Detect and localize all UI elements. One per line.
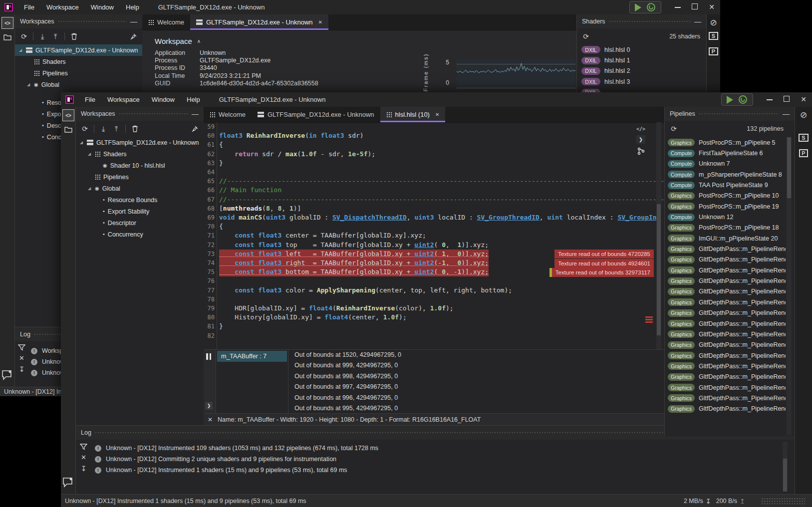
clear-log-icon[interactable]: ✕ [19,354,24,362]
pipelines-dock-icon[interactable]: P [708,46,719,57]
filter-icon[interactable] [18,344,25,351]
collapse-panel-icon[interactable]: — [192,110,199,118]
maximize-button[interactable] [778,92,795,107]
pipeline-row[interactable]: GraphicsGltfDepthPass::m_PipelineRender … [668,275,786,286]
pipeline-row[interactable]: GraphicsImGUI::m_pPipelineState 20 [668,233,786,244]
menu-workspace[interactable]: Workspace [40,0,85,14]
minimize-button[interactable] [761,92,778,107]
filter-icon[interactable] [80,444,87,450]
oob-message[interactable]: Out of bounds at 995, 4294967295, 0 [289,403,664,414]
editor-vertical-scrollbar[interactable] [656,122,661,356]
collapse-all-icon[interactable]: ⤒ [50,31,60,41]
pipelines-dock-icon[interactable]: P [798,148,809,159]
delete-icon[interactable] [130,124,140,134]
pipeline-row[interactable]: ComputeTAA Post PipelineState 9 [668,180,786,190]
tree-item-global[interactable]: ◢◉Global [76,183,204,194]
collapse-panel-icon[interactable]: — [130,17,137,25]
tab-gltfsample-dx12d-exe-unknown[interactable]: GLTFSample_DX12d.exe - Unknown✕ [190,14,328,30]
close-icon[interactable]: ✕ [208,416,213,423]
expand-all-icon[interactable]: ⤓ [98,124,108,134]
tree-item-global[interactable]: ◢◉Global [15,79,142,90]
pipeline-row[interactable]: GraphicsGltfDepthPass::m_PipelineRender … [668,382,786,393]
oob-message[interactable]: Out of bounds at 1520, 4294967295, 0 [289,350,664,360]
maximize-button[interactable] [686,0,703,14]
pipeline-row[interactable]: GraphicsGltfDepthPass::m_PipelineRender … [668,350,786,361]
pipeline-row[interactable]: GraphicsGltfDepthPass::m_PipelineRender … [668,318,786,329]
pipeline-row[interactable]: GraphicsGltfDepthPass::m_PipelineRender … [668,244,786,254]
pipeline-row[interactable]: GraphicsGltfDepthPass::m_PipelineRender … [668,329,786,339]
expand-all-icon[interactable]: ⤓ [37,31,47,41]
close-icon[interactable]: ✕ [318,19,322,25]
pipeline-row[interactable]: GraphicsGltfDepthPass::m_PipelineRender … [668,393,786,403]
edit-circle-icon[interactable]: ⊘ [708,17,719,28]
refresh-icon[interactable]: ⟳ [581,31,591,41]
tree-item-export-stability[interactable]: •Export Stability [76,206,204,217]
pipeline-row[interactable]: GraphicsGltfDepthPass::m_PipelineRender … [668,340,786,350]
menu-help[interactable]: Help [181,92,206,107]
menu-file[interactable]: File [79,92,101,107]
folder-icon[interactable] [2,31,13,42]
oob-message[interactable]: Out of bounds at 996, 4294967295, 0 [289,393,664,403]
branch-icon[interactable] [637,147,645,155]
tree-item-shaders[interactable]: Shaders [15,56,142,67]
tab-hlsl-hlsl-10[interactable]: hlsl.hlsl (10)✕ [380,107,446,122]
next-marker-icon[interactable]: ❯ [636,135,645,144]
tree-item-gltfsample-dx12d-exe-unknown[interactable]: ◢GLTFSample_DX12d.exe - Unknown [76,137,204,148]
shaders-dock-icon[interactable]: S [708,30,719,41]
tree-item-pipelines[interactable]: Pipelines [76,171,204,183]
pipeline-row[interactable]: GraphicsGltfDepthPass::m_PipelineRender … [668,308,786,318]
oob-message[interactable]: Out of bounds at 998, 4294967295, 0 [289,371,664,382]
resize-grip[interactable] [761,498,805,505]
shader-row[interactable]: DXILhlsl.hlsl 3 [581,76,706,87]
pipeline-row[interactable]: GraphicsGltfDepthPass::m_PipelineRender … [668,254,786,265]
tree-item-resource-bounds[interactable]: •Resource Bounds [76,194,204,206]
shaders-dock-icon[interactable]: S [798,132,809,143]
pipeline-row[interactable]: GraphicsGltfDepthPass::m_PipelineRender … [668,372,786,382]
pipeline-row[interactable]: GraphicsPostProcPS::m_pPipeline 5 [668,137,786,148]
delete-icon[interactable] [69,31,79,41]
pipeline-row[interactable]: Computem_pSharpenerPipelineState 8 [668,169,786,180]
pipeline-row[interactable]: ComputeFirstTaaPipelineState 6 [668,148,786,158]
log-entry[interactable]: !Unknown - [DX12] Committing 2 unique sh… [95,454,780,465]
collapse-all-icon[interactable]: ⤒ [111,124,121,134]
menu-window[interactable]: Window [85,0,120,14]
log-scrollbar[interactable] [783,442,788,492]
workspace-section-header[interactable]: Workspace ∧ [155,37,201,45]
edit-circle-icon[interactable]: ⊘ [798,109,809,120]
oob-message[interactable]: Out of bounds at 997, 4294967295, 0 [289,382,664,392]
collapse-panel-icon[interactable]: — [694,17,701,25]
pipeline-row[interactable]: ComputeUnknown 12 [668,212,786,222]
menu-workspace[interactable]: Workspace [101,92,146,107]
pipeline-row[interactable]: GraphicsGltfDepthPass::m_PipelineRender … [668,286,786,297]
tree-item-shaders[interactable]: ◢Shaders [76,148,204,160]
pin-icon[interactable] [190,124,200,134]
source-code-icon[interactable]: </> [636,126,645,132]
pin-icon[interactable] [128,31,138,41]
shader-row[interactable]: DXILhlsl.hlsl 2 [581,66,706,76]
menu-help[interactable]: Help [120,0,145,14]
pipeline-row[interactable]: ComputeUnknown 7 [668,159,786,169]
shader-row[interactable]: DXILhlsl.hlsl 0 [581,44,706,55]
refresh-icon[interactable]: ⟳ [19,31,29,41]
tab-gltfsample-dx12d-exe-unknown[interactable]: GLTFSample_DX12d.exe - Unknown [252,107,380,122]
oob-message[interactable]: Out of bounds at 999, 4294967295, 0 [289,360,664,371]
minimize-button[interactable] [669,0,686,14]
attach-icon[interactable] [738,95,748,104]
pipeline-row[interactable]: GraphicsGltfDepthPass::m_PipelineRender … [668,404,786,414]
tree-item-shader-10-hlsl-hlsl[interactable]: ◉Shader 10 - hlsl.hlsl [76,160,204,171]
tab-welcome[interactable]: Welcome [142,14,190,30]
watch-item-selected[interactable]: m_TAABuffer : 7 [217,351,287,362]
pipeline-row[interactable]: GraphicsPostProcPS::m_pPipeline 10 [668,191,786,201]
shader-row[interactable]: DXILhlsl.hlsl 1 [581,55,706,65]
scroll-lock-icon[interactable]: ↧ [81,465,87,473]
pipeline-row[interactable]: GraphicsPostProcPS::m_pPipeline 18 [668,223,786,233]
pipelines-scrollbar[interactable] [787,137,792,435]
feedback-bubble-icon[interactable] [62,477,74,488]
play-icon[interactable] [635,3,641,11]
tab-welcome[interactable]: Welcome [204,107,252,122]
tree-item-gltfsample-dx12d-exe-unknown[interactable]: ◢GLTFSample_DX12d.exe - Unknown [15,44,142,56]
menu-window[interactable]: Window [146,92,181,107]
scroll-lock-icon[interactable]: ↧ [19,365,25,373]
expand-right-icon[interactable]: ❯ [205,402,213,410]
tree-item-descriptor[interactable]: •Descriptor [76,217,204,229]
